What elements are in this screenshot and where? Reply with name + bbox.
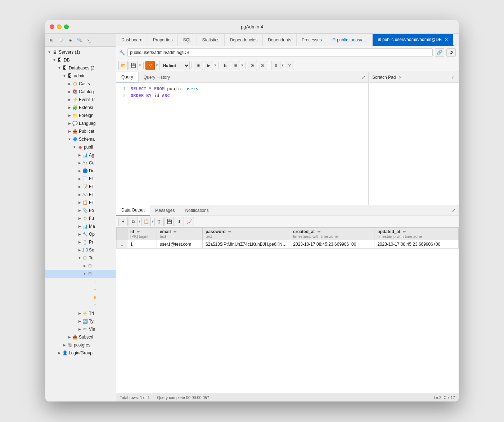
edit-col-updated[interactable]: ✏ <box>403 230 406 234</box>
cell-id[interactable]: 1 <box>127 240 157 249</box>
nav-tab-dependents[interactable]: Dependents <box>263 34 297 46</box>
filter-btn[interactable]: ▽ <box>145 61 155 70</box>
sidebar-item-collations[interactable]: ▶ A↕ Co <box>45 159 116 167</box>
paste-btn[interactable]: 📋 <box>141 217 151 226</box>
nav-tab-sql[interactable]: SQL <box>178 34 197 46</box>
sidebar-item-publications[interactable]: ▶ 📤 Publicat <box>45 127 116 135</box>
tab-notifications[interactable]: Notifications <box>180 205 214 215</box>
cell-email[interactable]: user1@test.com <box>157 240 202 249</box>
expand-editor-btn[interactable]: ⤢ <box>358 72 368 82</box>
save-data-btn[interactable]: 💾 <box>165 217 174 226</box>
cell-updated-at[interactable]: 2023-10-17 08:45:23.669906+00 <box>374 240 459 249</box>
scratch-close-btn[interactable]: × <box>399 74 401 80</box>
delete-row-btn[interactable]: 🗑 <box>154 217 164 226</box>
scratch-pad-body[interactable] <box>369 83 459 205</box>
minimize-button[interactable] <box>57 24 62 29</box>
sidebar-item-foreign2[interactable]: ▶ 📎 Fo <box>45 207 116 214</box>
stop-btn[interactable]: ■ <box>194 61 203 70</box>
sidebar-item-fts2[interactable]: ▶ 📝 FT <box>45 183 116 191</box>
address-input[interactable] <box>127 48 433 57</box>
sidebar-item-types[interactable]: ▶ 🔤 Ty <box>45 317 116 325</box>
sidebar-item-functions[interactable]: ▶ ⚙ Fu <box>45 214 116 222</box>
scratch-expand-btn[interactable]: ⤢ <box>451 74 455 80</box>
sidebar-search-btn[interactable]: 🔍 <box>76 36 84 44</box>
copy-chevron[interactable]: ▾ <box>139 219 141 224</box>
download-btn[interactable]: ⬇ <box>175 217 184 226</box>
add-row-btn[interactable]: + <box>118 217 128 226</box>
tab-messages[interactable]: Messages <box>150 205 180 215</box>
sidebar-item-aggregates[interactable]: ▶ 📊 Ag <box>45 151 116 159</box>
save-file-btn[interactable]: 💾 <box>129 61 138 70</box>
sidebar-item-col2[interactable]: A <box>45 286 116 294</box>
sidebar-grid-btn[interactable]: ⊞ <box>48 36 55 44</box>
sidebar-item-views[interactable]: ▶ 👁 Vie <box>45 325 116 333</box>
sidebar-item-fts1[interactable]: ▶ 📄 FT <box>45 175 116 183</box>
sidebar-item-schemas[interactable]: ▼ 🔷 Schema <box>45 135 116 143</box>
explain-btn[interactable]: E <box>221 61 230 70</box>
sidebar-item-public[interactable]: ▼ ◆ publi <box>45 143 116 151</box>
sidebar-item-admin[interactable]: ▼ 🗄 admin <box>45 72 116 80</box>
sidebar-item-matviews[interactable]: ▶ 📊 Ma <box>45 222 116 230</box>
sidebar-item-tables[interactable]: ▼ ⊞ Ta <box>45 254 116 262</box>
sidebar-item-triggers[interactable]: ▶ ⚡ Tri <box>45 309 116 317</box>
sidebar-item-casts[interactable]: ▶ ⬡ Casts <box>45 80 116 88</box>
maximize-button[interactable] <box>64 24 69 29</box>
edit-col-email[interactable]: ✏ <box>174 230 176 234</box>
edit-col-created[interactable]: ✏ <box>318 230 320 234</box>
nav-tab-dependencies[interactable]: Dependencies <box>225 34 263 46</box>
expand-bottom-btn[interactable]: ⤢ <box>449 205 459 215</box>
sidebar-item-databases[interactable]: ▼ 🗄 Databases (2 <box>45 64 116 72</box>
cell-created-at[interactable]: 2023-10-17 08:45:23.669906+00 <box>290 240 374 249</box>
tab-query-history[interactable]: Query History <box>139 72 175 82</box>
refresh-btn[interactable]: ↺ <box>446 48 456 57</box>
sidebar-terminal-btn[interactable]: >_ <box>85 36 93 44</box>
explain-chevron[interactable]: ▾ <box>241 63 243 68</box>
help-btn[interactable]: ? <box>285 61 294 70</box>
sidebar-item-extensions[interactable]: ▶ 🧩 Extensi <box>45 104 116 112</box>
sidebar-item-logingroup[interactable]: ▶ 👤 Login/Group <box>45 349 116 357</box>
filter-chevron[interactable]: ▾ <box>156 63 158 68</box>
sidebar-item-catalogs[interactable]: ▶ 📚 Catalog <box>45 88 116 96</box>
edit-col-password[interactable]: ✏ <box>228 230 231 234</box>
sidebar-item-events[interactable]: ▶ ⚡ Event Tr <box>45 96 116 104</box>
open-file-btn[interactable]: 📂 <box>118 61 128 70</box>
save-chevron[interactable]: ▾ <box>139 63 141 68</box>
rows-chevron[interactable]: ▾ <box>282 63 284 68</box>
sidebar-item-domains[interactable]: ▶ 🔵 Do <box>45 167 116 175</box>
tab-query[interactable]: Query <box>116 72 139 82</box>
sidebar-item-col4[interactable]: Y <box>45 301 116 309</box>
nav-tab-properties[interactable]: Properties <box>148 34 178 46</box>
close-tab-btn[interactable]: ✕ <box>445 37 448 42</box>
run-chevron[interactable]: ▾ <box>214 63 216 68</box>
sidebar-add-btn[interactable]: ◈ <box>66 36 74 44</box>
nav-tab-todos[interactable]: ⊞ public.todos/a... <box>327 34 373 46</box>
run-btn[interactable]: ▶ <box>204 61 213 70</box>
sidebar-item-col3[interactable]: B <box>45 294 116 301</box>
download-csv-btn[interactable]: ⊘ <box>258 61 267 70</box>
sidebar-item-db[interactable]: ▼ 🗄 DB <box>45 56 116 64</box>
close-button[interactable] <box>50 24 54 29</box>
nav-tab-processes[interactable]: Processes <box>297 34 327 46</box>
edit-col-id[interactable]: ✏ <box>137 230 140 234</box>
limit-select[interactable]: No limit 100 rows 500 rows 1000 rows <box>159 61 190 70</box>
copy-btn[interactable]: ⧉ <box>129 217 138 226</box>
sidebar-item-procedures[interactable]: ▶ () Pr <box>45 238 116 246</box>
sidebar-item-col1[interactable]: I <box>45 278 116 286</box>
sidebar-item-postgres[interactable]: ▶ 🐘 postgres <box>45 341 116 349</box>
sidebar-item-subscriptions[interactable]: ▶ 📥 Subscri <box>45 333 116 341</box>
nav-tab-statistics[interactable]: Statistics <box>197 34 225 46</box>
sidebar-item-servers[interactable]: ▼ 🖥 Servers (1) <box>45 48 116 56</box>
clear-history-btn[interactable]: ⊗ <box>248 61 257 70</box>
sidebar-item-table1[interactable]: ▶ ⊞ <box>45 262 116 270</box>
query-editor[interactable]: 1 2 SELECT * FROM public.users <box>116 83 368 205</box>
sidebar-item-languages[interactable]: ▶ 💬 Languag <box>45 119 116 127</box>
sidebar-item-ftsparser[interactable]: ▶ Aa FT <box>45 191 116 199</box>
nav-tab-dashboard[interactable]: Dashboard <box>116 34 148 46</box>
explain-analyze-btn[interactable]: ⊞ <box>231 61 240 70</box>
tab-data-output[interactable]: Data Output <box>116 205 150 215</box>
paste-chevron[interactable]: ▾ <box>152 219 154 224</box>
nav-tab-users[interactable]: ⊞ public.users/admin/admin@DB ✕ <box>373 34 454 46</box>
sidebar-item-operators[interactable]: ▶ 🔧 Op <box>45 230 116 238</box>
connect-btn[interactable]: 🔗 <box>435 48 444 57</box>
sidebar-item-table2[interactable]: ▼ ⊞ <box>45 270 116 278</box>
